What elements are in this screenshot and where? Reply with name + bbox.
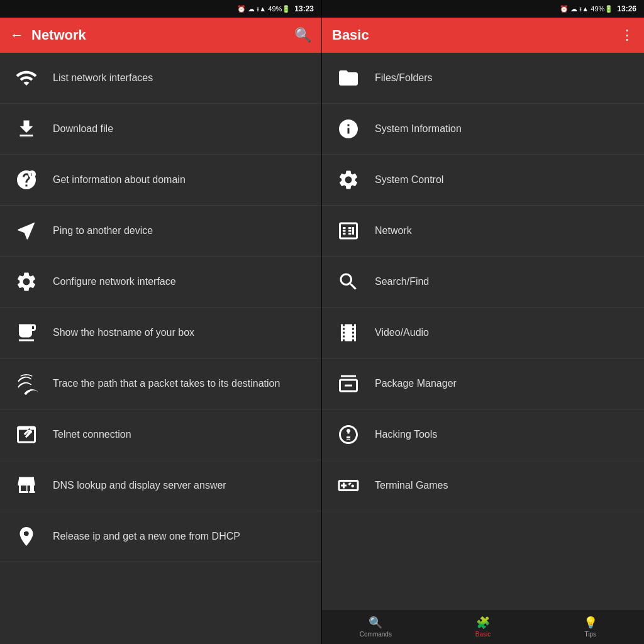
hacking-tools-icon xyxy=(332,418,365,451)
list-network-icon xyxy=(10,62,43,94)
ping-icon xyxy=(10,214,43,247)
svg-point-0 xyxy=(28,170,36,178)
nav-commands[interactable]: 🔍 Commands xyxy=(322,616,430,638)
tips-nav-label: Tips xyxy=(584,631,596,638)
basic-nav-label: Basic xyxy=(475,631,491,638)
files-folders-label: Files/Folders xyxy=(375,71,433,85)
package-manager-icon xyxy=(332,367,365,400)
commands-nav-icon: 🔍 xyxy=(369,616,382,630)
telnet-icon xyxy=(10,418,43,451)
menu-item-video-audio[interactable]: Video/Audio xyxy=(322,308,644,358)
left-status-bar: ⏰ ☁ ᵻ▲ 49%🔋 13:23 xyxy=(0,0,321,18)
menu-item-traceroute[interactable]: Trace the path that a packet takes to it… xyxy=(0,358,321,409)
search-find-label: Search/Find xyxy=(375,275,429,289)
left-top-bar: ← Network 🔍 xyxy=(0,18,321,53)
menu-item-terminal-games[interactable]: Terminal Games xyxy=(322,460,644,511)
dns-label: DNS lookup and display server answer xyxy=(53,479,226,492)
menu-item-files-folders[interactable]: Files/Folders xyxy=(322,53,644,104)
right-screen-title: Basic xyxy=(332,27,620,43)
configure-network-label: Configure network interface xyxy=(53,275,176,289)
dns-icon xyxy=(10,469,43,502)
menu-item-configure-network[interactable]: Configure network interface xyxy=(0,257,321,308)
nav-tips[interactable]: 💡 Tips xyxy=(536,616,644,638)
hostname-icon xyxy=(10,316,43,349)
package-manager-label: Package Manager xyxy=(375,377,457,391)
terminal-games-icon xyxy=(332,469,365,502)
left-menu-list: List network interfaces Download file xyxy=(0,53,321,644)
network-icon xyxy=(332,214,365,247)
download-file-icon xyxy=(10,113,43,145)
menu-item-dhcp[interactable]: IP Release ip and get a new one from DHC… xyxy=(0,511,321,562)
bottom-nav: 🔍 Commands 🧩 Basic 💡 Tips xyxy=(322,609,644,644)
nav-basic[interactable]: 🧩 Basic xyxy=(430,616,537,638)
search-find-icon xyxy=(332,265,365,298)
dhcp-icon: IP xyxy=(10,520,43,553)
hacking-tools-label: Hacking Tools xyxy=(375,428,437,441)
right-screen: ⏰ ☁ ᵻ▲ 49%🔋 13:26 Basic ⋮ Files/Folders xyxy=(322,0,644,644)
svg-text:i: i xyxy=(31,172,32,177)
dhcp-label: Release ip and get a new one from DHCP xyxy=(53,530,240,543)
right-top-bar: Basic ⋮ xyxy=(322,18,644,53)
telnet-label: Telnet connection xyxy=(53,428,131,441)
traceroute-icon xyxy=(10,367,43,400)
domain-info-icon: i xyxy=(10,164,43,196)
video-audio-label: Video/Audio xyxy=(375,326,429,340)
list-network-label: List network interfaces xyxy=(53,71,153,85)
system-control-label: System Control xyxy=(375,173,443,187)
right-time: 13:26 xyxy=(617,4,636,13)
left-time: 13:23 xyxy=(294,4,314,13)
back-button[interactable]: ← xyxy=(10,27,24,43)
menu-item-ping[interactable]: Ping to another device xyxy=(0,206,321,257)
network-label: Network xyxy=(375,224,412,238)
menu-item-hacking-tools[interactable]: Hacking Tools xyxy=(322,409,644,460)
right-menu-list: Files/Folders System Information S xyxy=(322,53,644,609)
left-status-icons: ⏰ ☁ ᵻ▲ 49%🔋 xyxy=(237,5,291,13)
system-control-icon xyxy=(332,164,365,196)
svg-text:IP: IP xyxy=(24,531,28,536)
configure-network-icon xyxy=(10,265,43,298)
menu-item-list-network[interactable]: List network interfaces xyxy=(0,53,321,104)
files-folders-icon xyxy=(332,62,365,94)
menu-item-telnet[interactable]: Telnet connection xyxy=(0,409,321,460)
terminal-games-label: Terminal Games xyxy=(375,479,448,492)
tips-nav-icon: 💡 xyxy=(584,616,597,630)
right-status-icons: ⏰ ☁ ᵻ▲ 49%🔋 xyxy=(560,5,613,13)
menu-item-domain-info[interactable]: i Get information about domain xyxy=(0,155,321,206)
menu-item-network[interactable]: Network xyxy=(322,206,644,257)
menu-item-download-file[interactable]: Download file xyxy=(0,104,321,155)
menu-item-dns[interactable]: DNS lookup and display server answer xyxy=(0,460,321,511)
menu-item-system-info[interactable]: System Information xyxy=(322,104,644,155)
left-screen: ⏰ ☁ ᵻ▲ 49%🔋 13:23 ← Network 🔍 List netwo… xyxy=(0,0,322,644)
search-button[interactable]: 🔍 xyxy=(294,27,311,43)
menu-item-system-control[interactable]: System Control xyxy=(322,155,644,206)
hostname-label: Show the hostname of your box xyxy=(53,326,194,340)
system-info-icon xyxy=(332,113,365,145)
ping-label: Ping to another device xyxy=(53,224,153,238)
video-audio-icon xyxy=(332,316,365,349)
menu-item-search-find[interactable]: Search/Find xyxy=(322,257,644,308)
left-screen-title: Network xyxy=(31,27,294,43)
system-info-label: System Information xyxy=(375,122,462,136)
download-file-label: Download file xyxy=(53,122,113,136)
right-status-bar: ⏰ ☁ ᵻ▲ 49%🔋 13:26 xyxy=(322,0,644,18)
commands-nav-label: Commands xyxy=(360,631,392,638)
basic-nav-icon: 🧩 xyxy=(476,616,490,630)
menu-item-hostname[interactable]: Show the hostname of your box xyxy=(0,308,321,358)
more-button[interactable]: ⋮ xyxy=(620,27,634,43)
menu-item-package-manager[interactable]: Package Manager xyxy=(322,358,644,409)
domain-info-label: Get information about domain xyxy=(53,173,186,187)
traceroute-label: Trace the path that a packet takes to it… xyxy=(53,377,280,391)
